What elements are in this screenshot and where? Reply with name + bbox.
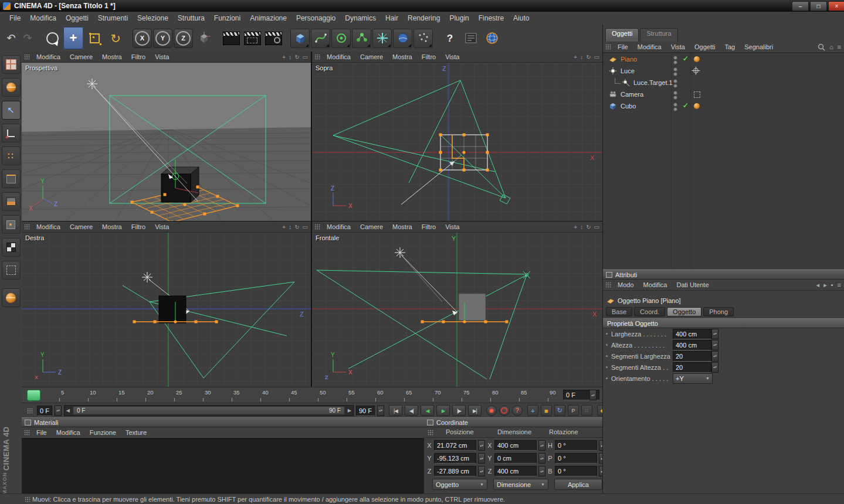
viewport-menu-item[interactable]: Mostra xyxy=(388,52,417,62)
height-field[interactable]: 400 cm xyxy=(673,340,711,350)
menu-item[interactable]: Strumenti xyxy=(93,12,133,24)
render-settings-button[interactable] xyxy=(263,27,283,49)
workplane-button[interactable] xyxy=(2,261,21,280)
viewport-canvas-perspective[interactable]: Y Z X Prospettiva xyxy=(22,63,311,221)
lock-z-button[interactable]: Z xyxy=(174,29,193,48)
dimension-z-field[interactable]: 400 cm xyxy=(494,466,537,476)
viewport-menu-item[interactable]: Vista xyxy=(440,52,464,62)
menu-item[interactable]: Dynamics xyxy=(340,12,381,24)
position-x-field[interactable]: 21.072 cm xyxy=(434,440,476,451)
menu-item[interactable]: Modifica xyxy=(52,428,85,437)
tab-oggetto[interactable]: Oggetto xyxy=(667,307,701,316)
next-frame-button[interactable]: |▶ xyxy=(452,405,466,416)
enabled-check-icon[interactable]: ✓ xyxy=(683,55,689,63)
spinner-icon[interactable]: ▴▾ xyxy=(538,466,545,476)
menu-item[interactable]: Modifica xyxy=(633,42,666,52)
menu-item[interactable]: Dati Utente xyxy=(672,280,714,290)
record-options-button[interactable]: ? xyxy=(512,406,523,416)
object-list[interactable]: Piano ✓ Luce Luce.Target.1 Camera xyxy=(603,53,844,269)
phong-tag-icon[interactable] xyxy=(694,103,700,109)
rotate-view-icon[interactable]: ↻ xyxy=(294,54,299,60)
render-region-button[interactable] xyxy=(242,27,262,49)
visibility-dots[interactable] xyxy=(673,67,677,76)
tab-phong[interactable]: Phong xyxy=(703,307,734,316)
menu-item[interactable]: Modifica xyxy=(639,280,672,290)
lock-x-button[interactable]: X xyxy=(133,29,152,48)
object-name[interactable]: Piano xyxy=(621,56,637,63)
slider-left-arrow-icon[interactable]: ◀ xyxy=(65,408,72,413)
viewport-menu-item[interactable]: Modifica xyxy=(32,52,65,62)
menu-item[interactable]: Segnalibri xyxy=(740,42,778,52)
cube-object[interactable] xyxy=(459,294,486,321)
add-deformer-button[interactable] xyxy=(372,29,392,48)
maximize-view-icon[interactable]: ▭ xyxy=(303,54,308,60)
visibility-dots[interactable] xyxy=(673,56,677,64)
rotation-p-field[interactable]: 0 ° xyxy=(555,453,597,464)
viewport-menu-item[interactable]: Modifica xyxy=(322,52,355,62)
menu-item[interactable]: Selezione xyxy=(133,12,173,24)
spinner-icon[interactable]: ▴▾ xyxy=(711,351,718,362)
width-field[interactable]: 400 cm xyxy=(673,329,711,339)
tab-coord[interactable]: Coord. xyxy=(634,307,665,316)
viewport-top[interactable]: ModificaCamereMostraFiltroVista +↕↻▭ Z X xyxy=(312,52,602,220)
visibility-dots[interactable] xyxy=(673,91,677,100)
menu-item[interactable]: Tag xyxy=(720,42,740,52)
rotate-view-icon[interactable]: ↻ xyxy=(586,224,591,230)
history-back-icon[interactable]: ◂ xyxy=(816,281,820,289)
command-manager-button[interactable] xyxy=(461,27,481,49)
object-name[interactable]: Camera xyxy=(621,91,643,98)
scale-key-toggle[interactable]: ■ xyxy=(541,405,552,416)
drag-handle-icon[interactable] xyxy=(314,224,320,230)
rotation-b-field[interactable]: 0 ° xyxy=(555,466,597,476)
menu-item[interactable]: File xyxy=(5,12,25,24)
spinner-icon[interactable]: ▴▾ xyxy=(538,453,545,464)
pan-view-icon[interactable]: + xyxy=(574,224,577,230)
menu-item[interactable]: File xyxy=(613,42,633,52)
add-generator-button[interactable] xyxy=(331,29,351,48)
menu-item[interactable]: Struttura xyxy=(173,12,209,24)
history-forward-icon[interactable]: ▸ xyxy=(823,281,827,289)
drag-handle-icon[interactable] xyxy=(605,282,611,288)
menu-item[interactable]: Oggetti xyxy=(61,12,93,24)
viewport-menu-item[interactable]: Filtro xyxy=(127,52,150,62)
minimize-button[interactable]: – xyxy=(792,1,809,11)
dimension-dropdown[interactable]: Dimensione▼ xyxy=(493,479,548,490)
points-mode-button[interactable] xyxy=(2,147,21,165)
rotate-view-icon[interactable]: ↻ xyxy=(294,224,299,230)
play-button[interactable]: ▶ xyxy=(436,405,450,416)
menu-item[interactable]: File xyxy=(32,428,52,437)
scale-tool-button[interactable] xyxy=(84,27,104,49)
menu-item[interactable]: Oggetti xyxy=(690,42,720,52)
object-row[interactable]: Luce xyxy=(603,65,844,77)
close-button[interactable]: × xyxy=(828,1,844,11)
add-particles-button[interactable] xyxy=(413,29,433,48)
spinner-icon[interactable]: ▴▾ xyxy=(478,453,485,464)
add-cube-button[interactable] xyxy=(290,29,310,48)
width-segments-field[interactable]: 20 xyxy=(673,351,711,362)
menu-item[interactable]: Animazione xyxy=(245,12,291,24)
lock-icon[interactable]: ▪ xyxy=(831,281,833,288)
viewport-menu-item[interactable]: Mostra xyxy=(97,52,127,62)
viewport-front[interactable]: ModificaCamereMostraFiltroVista +↕↻▭ Y X xyxy=(312,222,602,387)
spinner-icon[interactable]: ▴▾ xyxy=(377,406,384,416)
object-row[interactable]: Piano ✓ xyxy=(603,53,844,65)
texture-mode-button[interactable]: ↖ xyxy=(2,101,21,120)
viewport-menu-item[interactable]: Mostra xyxy=(388,222,417,231)
zoom-view-icon[interactable]: ↕ xyxy=(580,224,583,230)
spinner-icon[interactable]: ▴▾ xyxy=(538,440,545,451)
viewport-canvas-right[interactable]: Z Y xyxy=(22,233,311,387)
object-name[interactable]: Luce.Target.1 xyxy=(633,79,673,86)
goto-end-button[interactable]: ▶| xyxy=(468,405,482,416)
position-key-toggle[interactable]: + xyxy=(527,405,538,416)
parameter-key-toggle[interactable]: P xyxy=(568,405,579,416)
spinner-icon[interactable]: ▴▾ xyxy=(711,340,718,350)
drag-handle-icon[interactable] xyxy=(24,54,30,60)
spinner-icon[interactable]: ▴▾ xyxy=(478,440,485,451)
timeline-range-slider[interactable]: ◀ 0 F90 F ▶ xyxy=(64,405,354,416)
mode-dropdown[interactable]: Oggetto▼ xyxy=(432,479,487,490)
object-name[interactable]: Luce xyxy=(621,67,635,74)
position-y-field[interactable]: -95.123 cm xyxy=(434,453,476,464)
drag-handle-icon[interactable] xyxy=(24,430,30,435)
end-frame-field[interactable]: 90 F xyxy=(356,406,375,416)
panel-options-icon[interactable]: ≡ xyxy=(838,281,841,288)
